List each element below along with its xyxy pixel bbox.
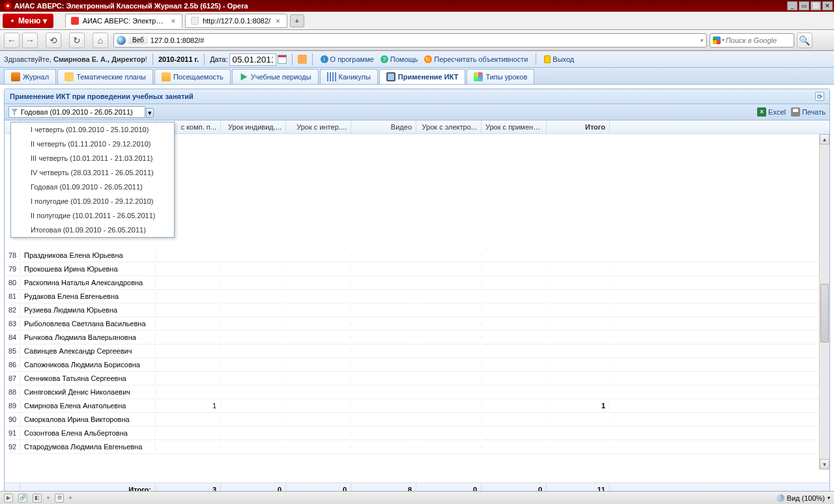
- tab-ict[interactable]: Применение ИКТ: [379, 69, 466, 84]
- table-row[interactable]: 78Праздникова Елена Юрьевна: [5, 249, 829, 262]
- table-row[interactable]: 92Стародумова Людмила Евгеньевна: [5, 440, 829, 454]
- table-row[interactable]: 81Рудакова Елена Евгеньевна: [5, 290, 829, 303]
- export-excel-button[interactable]: XExcel: [757, 107, 786, 117]
- scroll-thumb[interactable]: [820, 284, 829, 343]
- tab-vacation[interactable]: Каникулы: [320, 69, 378, 84]
- printer-icon: [791, 107, 800, 117]
- period-option[interactable]: II полугодие (10.01.2011 - 26.05.2011): [11, 208, 174, 223]
- period-option[interactable]: I полугодие (01.09.2010 - 29.12.2010): [11, 194, 174, 208]
- table-row[interactable]: 83Рыболовлева Светлана Васильевна: [5, 317, 829, 331]
- rewind-button[interactable]: ⟲: [46, 33, 61, 48]
- period-dropdown[interactable]: Годовая (01.09.2010 - 26.05.2011): [8, 106, 145, 118]
- period-option[interactable]: III четверть (10.01.2011 - 21.03.2011): [11, 151, 174, 165]
- status-sync-icon[interactable]: 🔗: [18, 494, 27, 503]
- cell-total: [547, 432, 610, 434]
- cell: [221, 254, 286, 257]
- table-row[interactable]: 79Прокошева Ирина Юрьевна: [5, 262, 829, 276]
- close-tab-icon[interactable]: ×: [170, 17, 177, 25]
- date-input[interactable]: [229, 53, 276, 66]
- table-row[interactable]: 89Смирнова Елена Анатольевна11: [5, 399, 829, 413]
- period-option[interactable]: IV четверть (28.03.2011 - 26.05.2011): [11, 165, 174, 180]
- col-data[interactable]: Урок индивид....: [221, 120, 286, 133]
- browser-tab-1[interactable]: АИАС АВЕРС: Электрон...×: [65, 14, 182, 28]
- cell: [416, 445, 482, 448]
- status-widget-icon[interactable]: ◧: [33, 494, 42, 503]
- col-data[interactable]: Видео: [351, 120, 416, 133]
- col-data[interactable]: Урок с примене...: [482, 120, 547, 133]
- table-row[interactable]: 84Рычкова Людмила Валерьяновна: [5, 331, 829, 344]
- opera-icon: [4, 2, 12, 10]
- search-input[interactable]: [726, 36, 791, 44]
- addr-dropdown-icon[interactable]: ▾: [700, 37, 704, 44]
- table-row[interactable]: 86Сапожникова Людмила Борисовна: [5, 358, 829, 372]
- cell-fio: Рузиева Людмила Юрьевна: [20, 305, 156, 315]
- home-button[interactable]: ⌂: [93, 33, 108, 48]
- tab-plans[interactable]: Тематические планы: [57, 69, 153, 84]
- recalc-link[interactable]: ↻Пересчитать объективности: [422, 55, 530, 63]
- cell: [221, 418, 286, 421]
- cell: [482, 268, 547, 270]
- cell: [351, 377, 416, 380]
- back-button[interactable]: ←: [4, 33, 20, 48]
- cell: [351, 309, 416, 311]
- scroll-up-icon[interactable]: ▲: [820, 134, 829, 145]
- calendar-icon[interactable]: [278, 55, 287, 64]
- cell-fio: Сапожникова Людмила Борисовна: [20, 359, 156, 370]
- favicon-icon: [71, 17, 78, 25]
- zoom-control[interactable]: Вид (100%) ▾: [777, 494, 830, 502]
- period-option[interactable]: II четверть (01.11.2010 - 29.12.2010): [11, 137, 174, 151]
- cell: [286, 309, 351, 311]
- status-panel-icon[interactable]: ▶: [4, 494, 13, 503]
- col-data[interactable]: Урок с интер....: [286, 120, 351, 133]
- tab-types[interactable]: Типы уроков: [467, 69, 534, 84]
- tab-periods[interactable]: Учебные периоды: [232, 69, 319, 84]
- footprint-icon: [162, 72, 171, 81]
- address-bar: ← → ⟲ ↻ ⌂ Веб ▾ ▾ 🔍: [0, 30, 834, 51]
- toolbar-action-icon[interactable]: [298, 55, 307, 64]
- browser-tab-2[interactable]: http://127.0.0.1:8082/×: [185, 14, 287, 28]
- cell-total: [547, 254, 610, 257]
- search-button[interactable]: 🔍: [797, 33, 812, 48]
- cell: [351, 254, 416, 257]
- table-row[interactable]: 85Савинцев Александр Сергеевич: [5, 344, 829, 358]
- url-input[interactable]: [151, 36, 698, 44]
- period-option[interactable]: Итоговая (01.09.2010 - 26.05.2011): [11, 223, 174, 237]
- help-link[interactable]: ?Помощь: [378, 55, 421, 63]
- minimize-button[interactable]: _: [787, 1, 798, 10]
- cell-num: 78: [5, 250, 20, 260]
- table-row[interactable]: 91Созонтова Елена Альбертовна: [5, 427, 829, 440]
- table-row[interactable]: 80Раскопина Наталья Александровна: [5, 276, 829, 290]
- cell-num: 84: [5, 332, 20, 343]
- period-option[interactable]: I четверть (01.09.2010 - 25.10.2010): [11, 122, 174, 137]
- table-row[interactable]: 87Сенникова Татьяна Сергеевна: [5, 372, 829, 385]
- scroll-down-icon[interactable]: ▼: [820, 459, 829, 469]
- opera-menu-button[interactable]: Меню▾: [3, 14, 53, 28]
- forward-button[interactable]: →: [22, 33, 38, 48]
- refresh-icon[interactable]: ⟳: [815, 92, 824, 101]
- cell: [351, 295, 416, 298]
- tab-journal[interactable]: Журнал: [4, 69, 56, 84]
- table-row[interactable]: 90Сморкалова Ирина Викторовна: [5, 413, 829, 427]
- col-data[interactable]: Урок с электро...: [416, 120, 482, 133]
- table-row[interactable]: 82Рузиева Людмила Юрьевна: [5, 303, 829, 317]
- col-total[interactable]: Итого: [547, 120, 610, 133]
- table-row[interactable]: 88Синяговский Денис Николаевич: [5, 385, 829, 399]
- tab-attendance[interactable]: Посещаемость: [154, 69, 231, 84]
- cell: [286, 350, 351, 352]
- cell: [156, 295, 221, 298]
- status-plugin-icon[interactable]: ⚙: [55, 494, 64, 503]
- close-button[interactable]: ✕: [822, 1, 833, 10]
- panel-title: Применение ИКТ при проведении учебных за…: [10, 92, 194, 100]
- close-tab-icon[interactable]: ×: [274, 17, 281, 25]
- about-link[interactable]: iО программе: [318, 55, 377, 63]
- period-option[interactable]: Годовая (01.09.2010 - 26.05.2011): [11, 180, 174, 194]
- restore-button[interactable]: ▭: [799, 1, 809, 10]
- print-button[interactable]: Печать: [791, 107, 826, 117]
- funnel-icon: [11, 109, 18, 115]
- new-tab-button[interactable]: +: [290, 14, 304, 27]
- vertical-scrollbar[interactable]: ▲ ▼: [819, 134, 829, 469]
- cell-total: [547, 295, 610, 298]
- reload-button[interactable]: ↻: [69, 33, 85, 48]
- maximize-button[interactable]: ⬜: [811, 1, 821, 10]
- exit-link[interactable]: Выход: [541, 55, 577, 63]
